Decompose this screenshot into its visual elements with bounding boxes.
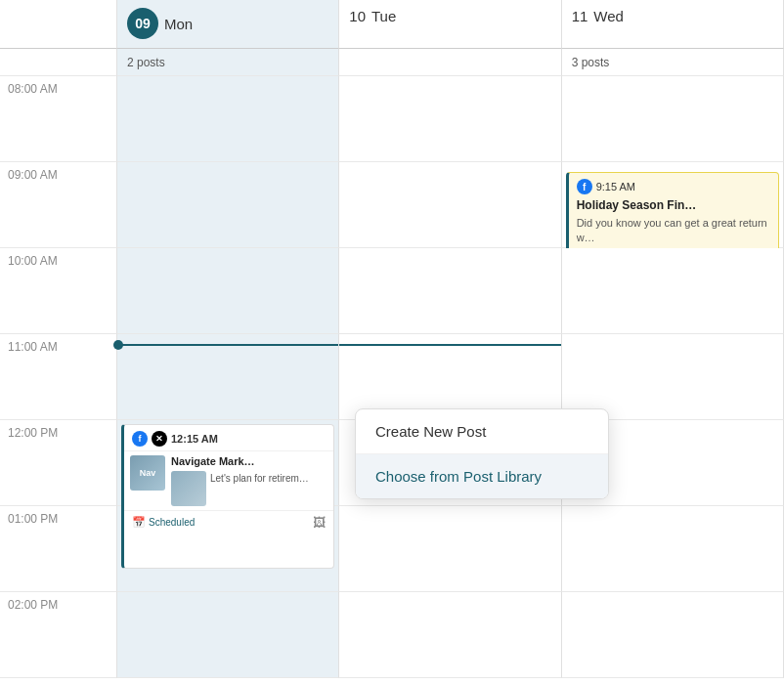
time-1000: 10:00 AM — [0, 248, 117, 334]
tue-0800 — [339, 76, 561, 162]
calendar-schedule-icon: 📅 — [132, 516, 146, 529]
mon-post-header: f ✕ 12:15 AM — [124, 425, 333, 451]
subheader-mon: 2 posts — [117, 49, 339, 76]
subheader-wed: 3 posts — [562, 49, 784, 76]
create-new-post-item[interactable]: Create New Post — [356, 409, 608, 454]
wed-day-num: 11 — [572, 8, 588, 24]
mon-post-body: Nav Navigate Mark… Let's plan for retire… — [124, 451, 333, 510]
tue-0900 — [339, 162, 561, 248]
dropdown-menu: Create New Post Choose from Post Library — [355, 408, 609, 499]
tue-0200pm — [339, 592, 561, 678]
mon-post-fb-label: Nav — [140, 468, 156, 478]
mon-post-desc: Let's plan for retirem… — [210, 473, 309, 484]
image-icon: 🖼 — [313, 515, 326, 530]
subheader-tue — [339, 49, 561, 76]
time-0800: 08:00 AM — [0, 76, 117, 162]
subheader-time-col — [0, 49, 117, 76]
mon-post-title: Navigate Mark… — [171, 455, 329, 467]
wed-post-title: Holiday Season Fin… — [577, 198, 770, 212]
mon-post-time: 12:15 AM — [171, 433, 218, 445]
mon-posts-count: 2 posts — [127, 56, 165, 69]
tue-0100pm — [339, 506, 561, 592]
header-mon: 09 Mon — [117, 0, 339, 49]
wed-0100pm — [562, 506, 784, 592]
header-wed: 11 Wed — [562, 0, 784, 49]
mon-post-footer: 📅 Scheduled 🖼 — [124, 510, 333, 534]
mon-x-icon: ✕ — [152, 431, 167, 447]
tue-day-num: 10 — [349, 8, 366, 24]
time-0200pm: 02:00 PM — [0, 592, 117, 678]
tue-day-name: Tue — [371, 8, 396, 24]
mon-0800 — [117, 76, 339, 162]
time-0100pm: 01:00 PM — [0, 506, 117, 592]
facebook-icon: f — [577, 179, 592, 194]
mon-post-card[interactable]: f ✕ 12:15 AM Nav Navigate Mark… Let's pl… — [121, 424, 334, 569]
wed-posts-count: 3 posts — [572, 56, 610, 69]
choose-from-library-item[interactable]: Choose from Post Library — [356, 454, 608, 498]
header-time-col — [0, 0, 117, 49]
wed-0800 — [562, 76, 784, 162]
mon-1100 — [117, 334, 339, 420]
tue-1100 — [339, 334, 561, 420]
calendar-grid: 09 Mon 10 Tue 11 Wed 2 posts 3 posts 08:… — [0, 0, 784, 684]
mon-day-name: Mon — [164, 16, 193, 32]
time-0900: 09:00 AM — [0, 162, 117, 248]
wed-1100 — [562, 334, 784, 420]
wed-0200pm — [562, 592, 784, 678]
mon-day-num: 09 — [127, 8, 158, 39]
mon-1000 — [117, 248, 339, 334]
wed-day-name: Wed — [593, 8, 624, 24]
wed-1000 — [562, 248, 784, 334]
time-1200: 12:00 PM — [0, 420, 117, 506]
mon-fb-icon: f — [132, 431, 148, 447]
wed-post-time: f 9:15 AM — [577, 179, 770, 194]
tue-1000 — [339, 248, 561, 334]
header-tue: 10 Tue — [339, 0, 561, 49]
wed-post-body: Did you know you can get a great return … — [577, 216, 770, 246]
scheduled-badge: Scheduled — [149, 517, 195, 528]
mon-1200: f ✕ 12:15 AM Nav Navigate Mark… Let's pl… — [117, 420, 339, 506]
time-1100: 11:00 AM — [0, 334, 117, 420]
wed-0900: f 9:15 AM Holiday Season Fin… Did you kn… — [562, 162, 784, 248]
mon-0900 — [117, 162, 339, 248]
mon-0200pm — [117, 592, 339, 678]
